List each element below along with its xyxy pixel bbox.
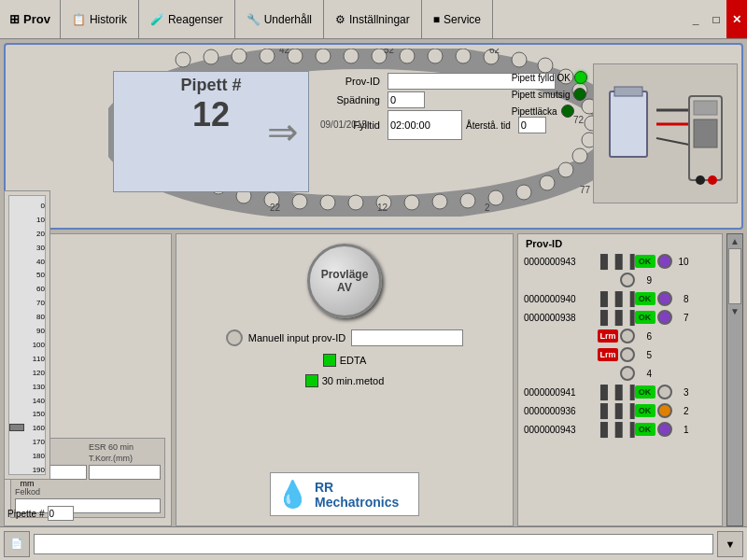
sample-dot[interactable] (657, 254, 672, 269)
svg-point-22 (540, 175, 555, 190)
sample-dot[interactable] (657, 422, 672, 437)
sample-dot[interactable] (620, 347, 635, 362)
page-icon: 📄 (10, 538, 23, 550)
tab-underhall[interactable]: 🔧 Underhåll (235, 0, 324, 38)
sample-num: 10 (674, 257, 689, 267)
pipette-row: Pipette # (7, 506, 74, 521)
bottom-icon-left[interactable]: 📄 (4, 531, 30, 557)
sample-dot[interactable] (657, 310, 672, 325)
svg-point-23 (516, 185, 531, 200)
ok-badge: OK (635, 423, 655, 436)
sample-id: 0000000943 (524, 257, 594, 267)
manuell-label: Manuell input prov-ID (248, 332, 346, 343)
tab-historik[interactable]: 📋 Historik (61, 0, 139, 38)
sample-dot[interactable] (620, 366, 635, 381)
tab-reagenser[interactable]: 🧪 Reagenser (139, 0, 235, 38)
sample-row: 0000000941▐▌▐▌▐OK3 (522, 384, 718, 400)
esr-value[interactable] (89, 465, 161, 480)
app-title-tab[interactable]: ⊞ Prov (0, 0, 61, 38)
svg-text:42: 42 (279, 49, 290, 55)
scale-panel: mm 0 10 20 30 40 50 60 70 80 90 100 110 … (4, 190, 50, 480)
sample-num: 5 (637, 350, 652, 360)
tab-service[interactable]: ■ Service (422, 0, 493, 38)
sample-dot[interactable] (657, 385, 672, 399)
prov-id-label: Prov-ID (318, 76, 384, 87)
svg-text:22: 22 (270, 203, 281, 213)
edta-checkbox[interactable] (323, 354, 336, 367)
sample-num: 3 (674, 387, 689, 398)
scale-slider[interactable] (9, 424, 24, 431)
svg-point-3 (232, 49, 247, 63)
scroll-thumb[interactable] (728, 248, 741, 304)
min30-label: 30 min.metod (322, 375, 385, 386)
title-icon: ⊞ (9, 12, 20, 26)
underhall-icon: 🔧 (247, 13, 261, 26)
scroll-up-arrow[interactable]: ▲ (730, 236, 740, 246)
barcode-icon: ▐▌▐▌▐ (596, 385, 633, 399)
sample-dot[interactable] (657, 403, 672, 418)
minimize-button[interactable]: _ (685, 0, 706, 38)
svg-text:2: 2 (485, 203, 490, 213)
close-button[interactable]: ✕ (726, 0, 747, 38)
sample-row: 0000000938▐▌▐▌▐OK7 (522, 309, 718, 326)
esr-label: ESR 60 min (89, 442, 134, 452)
maximize-button[interactable]: □ (706, 0, 726, 38)
sample-num: 2 (674, 406, 689, 416)
pipettlacka-label: Pipettläcka (512, 106, 557, 117)
ok-badge (598, 367, 618, 380)
scroll-down-arrow[interactable]: ▼ (730, 306, 740, 316)
manual-radio[interactable] (226, 329, 243, 346)
sample-dot[interactable] (620, 329, 635, 343)
aterstod-label: Återstå. tid (466, 120, 514, 131)
manual-prov-id-input[interactable] (351, 329, 463, 346)
esr-header: ESR 60 min (89, 442, 161, 452)
svg-text:52: 52 (384, 49, 395, 55)
svg-point-26 (432, 194, 447, 209)
progress-bar (34, 534, 713, 554)
fylltid-input[interactable] (388, 110, 462, 140)
spadning-input[interactable] (388, 91, 425, 108)
aterstod-input[interactable] (518, 117, 546, 133)
sample-num: 4 (637, 369, 652, 379)
installningar-icon: ⚙ (335, 13, 345, 26)
sample-list: 0000000943▐▌▐▌▐OK1090000000940▐▌▐▌▐OK800… (522, 253, 718, 522)
svg-point-27 (404, 195, 419, 210)
min30-checkbox[interactable] (305, 374, 318, 387)
felkod-label: Felkod (15, 487, 161, 497)
ok-badge: OK (635, 385, 655, 399)
sample-dot[interactable] (620, 273, 635, 287)
sample-row: 9 (522, 272, 718, 288)
sample-id: 0000000938 (524, 313, 594, 323)
main-area: 42 52 62 72 32 22 12 2 77 Pipett # 12 ⇒ … (0, 39, 747, 560)
ok-badge: OK (635, 311, 655, 324)
app-title: Prov (23, 12, 50, 26)
barcode-icon: ▐▌▐▌▐ (596, 291, 633, 306)
svg-rect-50 (610, 91, 647, 157)
pipett-smutsig-led (573, 88, 586, 101)
provlage-button[interactable]: Provläge AV (307, 244, 382, 318)
bottom-arrow-button[interactable]: ▼ (717, 531, 743, 557)
svg-point-2 (204, 49, 218, 64)
svg-point-20 (572, 148, 587, 163)
pipett-info-box: Pipett # 12 ⇒ (113, 71, 309, 192)
svg-text:12: 12 (377, 203, 388, 213)
scale-mm-label: mm (5, 479, 49, 488)
ok-badge: OK (635, 292, 655, 305)
sample-dot[interactable] (657, 291, 672, 306)
svg-point-25 (460, 193, 475, 208)
logo-area: 💧 RR Mechatronics (270, 472, 419, 516)
status-panel: Pipett fylld OK Pipett smutsig Pipettläc… (512, 71, 587, 118)
status-pipett-fylld: Pipett fylld OK (512, 71, 587, 84)
pipette-num-input[interactable] (48, 506, 74, 521)
pipettlacka-led (561, 105, 574, 118)
right-scrollbar[interactable]: ▲ ▼ (726, 233, 743, 526)
ok-badge: Lrm (598, 348, 618, 361)
tab-installningar[interactable]: ⚙ Inställningar (324, 0, 422, 38)
av-label: AV (337, 281, 352, 294)
pipette-hash-label: Pipette # (7, 509, 44, 519)
spadning-label: Spädning (318, 94, 384, 105)
sample-row: 0000000936▐▌▐▌▐OK2 (522, 402, 718, 419)
ok-badge: Lrm (598, 329, 618, 343)
svg-point-30 (320, 195, 335, 210)
sample-header: Prov-ID (522, 238, 718, 249)
